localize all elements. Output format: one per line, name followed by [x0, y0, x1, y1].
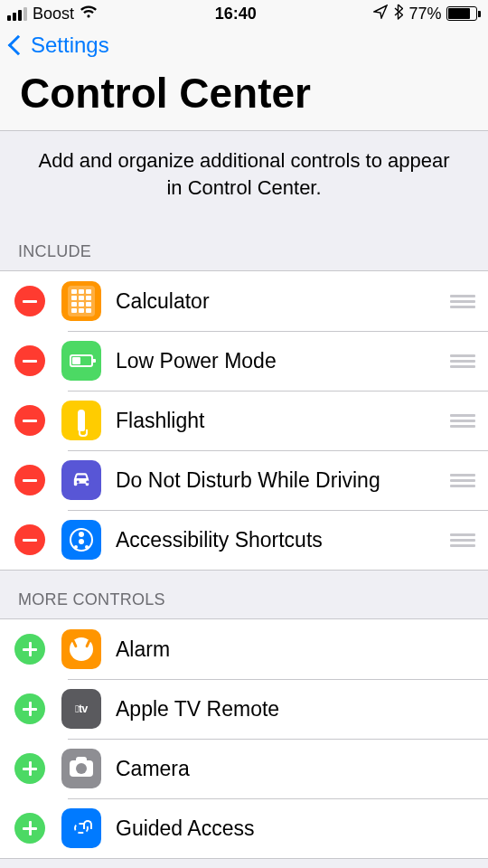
control-label: Guided Access — [116, 816, 475, 841]
control-row: Calculator — [0, 271, 488, 331]
clock-icon — [61, 629, 101, 669]
control-row: Guided Access — [0, 798, 488, 858]
reorder-handle[interactable] — [448, 414, 475, 428]
control-row: tvApple TV Remote — [0, 679, 488, 739]
control-row: Flashlight — [0, 391, 488, 450]
battery-icon — [446, 6, 481, 21]
add-button[interactable] — [14, 753, 45, 784]
remove-button[interactable] — [14, 405, 45, 436]
carrier-label: Boost — [33, 5, 74, 24]
back-button[interactable]: Settings — [2, 33, 109, 58]
calculator-icon — [61, 281, 101, 321]
battery-pct: 77% — [408, 5, 441, 24]
control-label: Accessibility Shortcuts — [116, 528, 448, 552]
add-button[interactable] — [14, 693, 45, 724]
reorder-handle[interactable] — [448, 295, 475, 308]
control-label: Flashlight — [116, 409, 448, 433]
accessibility-icon — [61, 520, 101, 560]
reorder-handle[interactable] — [448, 474, 475, 487]
chevron-left-icon — [8, 35, 29, 56]
camera-icon — [61, 749, 101, 788]
guided-icon — [61, 808, 101, 848]
signal-icon — [7, 7, 27, 21]
remove-button[interactable] — [14, 465, 45, 495]
control-label: Low Power Mode — [116, 349, 448, 373]
control-label: Calculator — [116, 289, 448, 314]
include-list: CalculatorLow Power ModeFlashlightDo Not… — [0, 270, 488, 571]
section-header-include: INCLUDE — [0, 222, 488, 270]
add-button[interactable] — [14, 634, 45, 665]
section-header-more: MORE CONTROLS — [0, 571, 488, 618]
reorder-handle[interactable] — [448, 533, 475, 547]
tv-icon: tv — [61, 689, 101, 729]
control-label: Camera — [116, 757, 475, 781]
location-icon — [373, 5, 388, 24]
status-time: 16:40 — [215, 5, 257, 24]
status-left: Boost — [7, 5, 98, 24]
bluetooth-icon — [393, 4, 403, 24]
flashlight-icon — [61, 401, 101, 440]
wifi-icon — [80, 5, 98, 24]
status-right: 77% — [373, 4, 481, 24]
car-icon — [61, 460, 101, 500]
control-row: Accessibility Shortcuts — [0, 510, 488, 570]
status-bar: Boost 16:40 77% — [0, 0, 488, 27]
page-title: Control Center — [0, 58, 488, 130]
remove-button[interactable] — [14, 286, 45, 316]
battery-icon — [61, 341, 101, 381]
control-row: Do Not Disturb While Driving — [0, 450, 488, 510]
back-label: Settings — [31, 33, 109, 58]
page-description: Add and organize additional controls to … — [0, 130, 488, 222]
control-row: Low Power Mode — [0, 331, 488, 391]
remove-button[interactable] — [14, 345, 45, 376]
add-button[interactable] — [14, 813, 45, 844]
nav-bar: Settings — [0, 27, 488, 58]
control-row: Camera — [0, 739, 488, 798]
control-label: Apple TV Remote — [116, 697, 475, 722]
control-row: Alarm — [0, 619, 488, 679]
more-list: AlarmtvApple TV RemoteCameraGuided Acce… — [0, 618, 488, 859]
control-label: Do Not Disturb While Driving — [116, 468, 448, 493]
remove-button[interactable] — [14, 524, 45, 555]
reorder-handle[interactable] — [448, 354, 475, 368]
control-label: Alarm — [116, 637, 475, 662]
